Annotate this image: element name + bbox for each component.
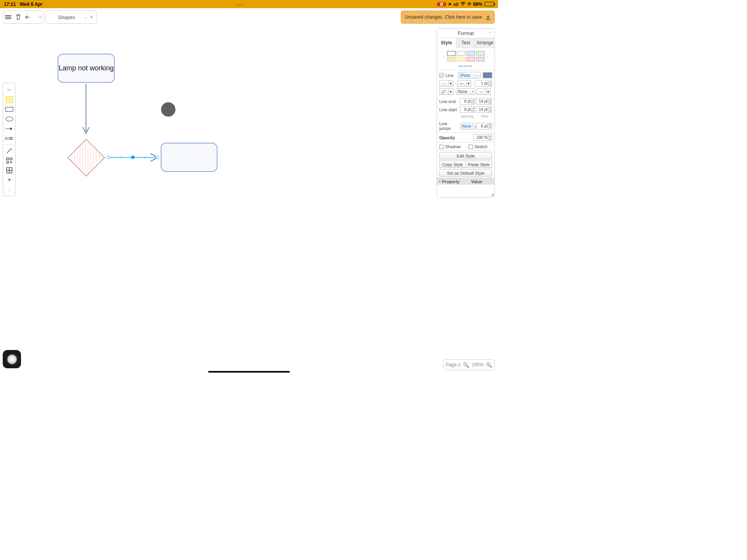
shape-decision-diamond[interactable] [73,144,100,171]
drawing-canvas[interactable]: Lamp not working [0,8,498,373]
line-end-size-field[interactable]: 14 pt▴▾ [477,98,492,105]
opacity-field[interactable]: 100 %▴▾ [473,134,492,141]
line-enabled-checkbox[interactable]: ✓ [439,73,444,77]
home-indicator[interactable] [208,371,290,373]
style-swatch-4[interactable] [476,51,485,56]
shadow-checkbox[interactable] [439,145,444,149]
properties-col-property: Property [442,179,459,184]
battery-icon [484,2,494,6]
line-jumps-style-select[interactable]: None⌃⌄ [460,123,475,130]
connector-midpoint[interactable] [131,156,135,159]
orientation-lock-icon: ⟳ [468,2,471,7]
line-connection-style-menu[interactable]: ▾ [449,80,453,87]
shape-process-box-1-text: Lamp not working [58,54,114,82]
line-end-spacing-field[interactable]: 8 pt▴▾ [460,98,475,105]
sketch-label: Sketch [474,144,487,149]
tab-text[interactable]: Text [456,38,475,48]
tab-arrange[interactable]: Arrange [475,38,494,48]
line-start-size-field[interactable]: 14 pt▴▾ [477,106,492,113]
shadow-label: Shadow [445,144,461,149]
properties-col-value: Value [471,179,494,184]
page-zoom-toolbar: Page-1 🔍 195% 🔍 [443,359,495,370]
copy-style-button[interactable]: Copy Style [439,161,466,168]
format-panel-header[interactable]: Format ⌃ [437,29,494,38]
collapse-panel-icon[interactable]: ⌃ [488,31,491,35]
line-jumps-label: Line jumps [439,121,459,131]
disclosure-triangle-icon: ▸ [439,180,441,183]
status-time: 17:11 [4,2,16,7]
sketch-checkbox[interactable] [468,145,473,149]
resize-grip-icon[interactable]: ◢ [491,192,494,196]
set-default-style-button[interactable]: Set as Default Style [439,169,492,177]
shape-process-box-2[interactable] [161,143,217,172]
paste-style-button[interactable]: Paste Style [466,161,493,168]
shape-process-box-1[interactable]: Lamp not working [58,54,115,83]
battery-percent: 88% [473,2,482,7]
line-label: Line [445,73,454,78]
location-icon: ➤ [448,2,452,7]
connector-waypoint-2[interactable] [143,156,146,159]
wifi-icon [460,2,466,7]
zoom-out-button[interactable]: 🔍 [463,362,469,368]
cellular-signal-icon: ııll [454,2,458,7]
style-swatch-7[interactable] [466,57,475,61]
line-dash-style-button[interactable]: — [457,80,466,87]
connector-endpoint-end[interactable] [156,156,159,159]
ipad-status-bar: 17:11 Wed 6 Apr ➤ ııll ⟳ 88% [0,0,498,8]
status-date: Wed 6 Apr [20,2,43,7]
style-swatch-3[interactable] [466,51,475,56]
style-swatch-6[interactable] [457,57,465,61]
line-color-well[interactable] [483,72,492,78]
style-swatch-2[interactable] [457,51,465,56]
status-time-date: 17:11 Wed 6 Apr [4,2,42,7]
line-width-field[interactable]: 1 pt▴▾ [475,80,492,87]
edit-style-button[interactable]: Edit Style [439,152,492,159]
line-waypoint-style-menu[interactable]: ▾ [449,88,453,95]
line-start-arrow-select[interactable]: None▾ [456,88,475,95]
swatch-next-button[interactable]: › [486,54,490,59]
line-end-arrow-menu[interactable]: ▾ [486,88,491,95]
line-dash-style-menu[interactable]: ▾ [466,80,471,87]
line-end-label: Line end [439,99,459,104]
zoom-in-button[interactable]: 🔍 [486,362,492,368]
assistive-touch-button[interactable] [3,350,21,368]
swatch-prev-button[interactable]: ‹ [442,54,446,59]
screen-recording-indicator[interactable] [437,2,446,6]
properties-table-header[interactable]: ▸ Property Value [437,178,494,185]
tab-style[interactable]: Style [437,38,456,48]
zoom-level-label[interactable]: 195% [472,362,484,368]
connector-endpoint-start[interactable] [107,156,110,159]
touch-pointer-indicator [161,102,175,117]
format-panel-title: Format [458,30,473,36]
page-name-label[interactable]: Page-1 [446,362,461,368]
line-type-select[interactable]: Sharp⌃⌄ [458,72,481,79]
line-jumps-size-field[interactable]: 6 pt▴▾ [477,123,492,130]
multitask-dots-icon [236,2,243,7]
connector-waypoint-1[interactable] [119,156,122,159]
line-connection-style-button[interactable]: → [439,80,449,87]
format-panel: Format ⌃ Style Text Arrange ‹ [437,28,495,198]
svg-point-0 [463,5,463,5]
line-start-label: Line start [439,107,459,112]
style-swatch-5[interactable] [447,57,456,61]
line-start-spacing-field[interactable]: 8 pt▴▾ [460,106,475,113]
size-column-label: Size [477,114,492,118]
assistive-touch-icon [7,354,18,365]
line-waypoint-style-button[interactable] [439,88,449,95]
line-end-arrow-button[interactable]: → [477,88,486,95]
style-swatch-8[interactable] [476,57,485,61]
style-swatch-1[interactable] [447,51,456,56]
properties-table-body[interactable]: ◢ [437,185,494,197]
swatch-page-dots [437,62,494,70]
spacing-column-label: Spacing [459,114,475,118]
opacity-label: Opacity [439,135,472,140]
